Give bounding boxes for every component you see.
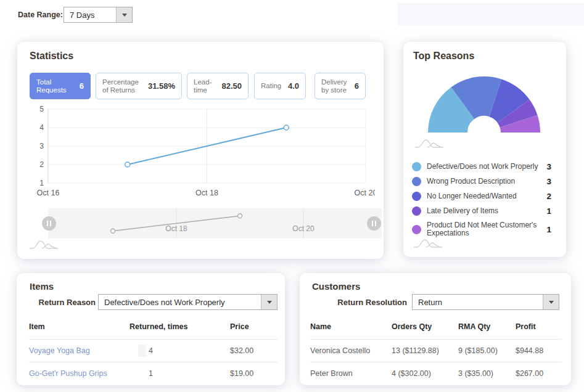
svg-text:Oct 20: Oct 20 <box>355 189 377 197</box>
orders-qty-cell: 13 ($1129.88) <box>392 340 458 362</box>
svg-text:Oct 18: Oct 18 <box>165 224 187 233</box>
price-cell: $19.00 <box>230 362 278 385</box>
column-header: Name <box>310 322 392 340</box>
chevron-down-icon[interactable] <box>261 295 277 309</box>
column-header: RMA Qty <box>458 322 516 340</box>
mini-bar <box>138 345 146 357</box>
legend-item[interactable]: Wrong Product Description3 <box>412 177 551 186</box>
stat-box-rating[interactable]: Rating4.0 <box>254 73 306 99</box>
svg-text:4: 4 <box>39 123 44 132</box>
returned-times-cell: 1 <box>130 362 230 385</box>
stat-box-label: Rating <box>261 82 288 90</box>
stat-box-value: 6 <box>80 81 84 91</box>
svg-text:Oct 16: Oct 16 <box>37 189 60 197</box>
items-title: Items <box>30 281 54 292</box>
stat-box-value: 82.50 <box>221 81 242 91</box>
name-cell: Peter Brown <box>310 362 392 385</box>
items-table: ItemReturned, timesPrice Voyage Yoga Bag… <box>29 322 278 385</box>
legend-item[interactable]: No Longer Needed/Wanted2 <box>412 192 551 201</box>
items-card: Items Return Reason Defective/Does not W… <box>17 273 285 385</box>
legend-dot-icon <box>412 192 421 201</box>
item-link[interactable]: Go-Get'r Pushup Grips <box>29 362 130 385</box>
orders-qty-cell: 4 ($302.00) <box>392 362 458 385</box>
returned-times-cell: 4 <box>130 340 230 362</box>
table-row: Voyage Yoga Bag4$32.00 <box>29 340 278 362</box>
stat-box-label: Lead-time <box>194 78 218 94</box>
svg-text:5: 5 <box>39 105 44 113</box>
table-row: Go-Get'r Pushup Grips1$19.00 <box>29 362 278 385</box>
legend-value: 1 <box>544 225 551 234</box>
anychart-watermark-icon <box>415 140 443 147</box>
stat-box-value: 6 <box>355 81 359 91</box>
svg-text:Oct 18: Oct 18 <box>195 189 218 197</box>
column-header: Price <box>230 322 278 340</box>
stat-box-delivery-by-store[interactable]: Delivery by store6 <box>315 73 366 99</box>
top-reasons-legend: Defective/Does not Work Properly3Wrong P… <box>412 162 551 243</box>
return-reason-label: Return Reason <box>17 298 96 307</box>
column-header: Returned, times <box>130 322 230 340</box>
legend-label: Wrong Product Description <box>427 178 544 186</box>
legend-value: 3 <box>544 162 551 171</box>
column-header: Item <box>29 322 130 340</box>
return-reason-select[interactable]: Defective/Does not Work Properly <box>98 294 278 310</box>
date-range-value: 7 Days <box>70 10 94 20</box>
statistics-card: Statistics 54321Oct 16Oct 18Oct 20Oct 18… <box>17 42 384 259</box>
return-resolution-label: Return Resolution <box>300 298 407 307</box>
return-reason-value: Defective/Does not Work Properly <box>104 298 225 307</box>
stat-box-total-requests[interactable]: Total Requests6 <box>30 73 91 99</box>
legend-dot-icon <box>412 225 421 234</box>
profit-cell: $267.00 <box>516 362 562 385</box>
rma-qty-cell: 9 ($185.00) <box>458 340 516 362</box>
legend-item[interactable]: Defective/Does not Work Properly3 <box>412 162 551 171</box>
price-cell: $32.00 <box>230 340 278 362</box>
svg-text:3: 3 <box>39 142 44 150</box>
legend-item[interactable]: Product Did Not Meet Customer's Expectat… <box>412 221 551 237</box>
stat-box-lead-time[interactable]: Lead-time82.50 <box>187 73 249 99</box>
stat-box-value: 4.0 <box>288 81 299 91</box>
stat-box-value: 31.58% <box>148 81 175 91</box>
stat-box-label: Total Requests <box>36 78 73 94</box>
legend-dot-icon <box>412 177 421 186</box>
item-link[interactable]: Voyage Yoga Bag <box>29 340 130 362</box>
customers-title: Customers <box>312 281 360 292</box>
column-header: Profit <box>516 322 562 340</box>
chevron-down-icon[interactable] <box>116 7 132 22</box>
svg-text:2: 2 <box>39 160 44 169</box>
anychart-watermark-icon <box>30 241 58 248</box>
table-row: Veronica Costello13 ($1129.88)9 ($185.00… <box>310 340 562 362</box>
legend-label: Late Delivery of Items <box>427 207 544 215</box>
legend-dot-icon <box>412 206 421 216</box>
legend-dot-icon <box>412 162 421 171</box>
stat-box-label: Percentage of Returns <box>102 78 144 94</box>
legend-value: 1 <box>544 206 551 216</box>
legend-value: 3 <box>544 177 551 186</box>
top-right-panel <box>398 3 584 26</box>
column-header: Orders Qty <box>392 322 458 340</box>
customers-card: Customers Return Resolution Return NameO… <box>300 273 571 385</box>
date-range-label: Date Range: <box>18 10 63 19</box>
stat-box-label: Delivery by store <box>321 78 355 94</box>
stat-box-percentage-of-returns[interactable]: Percentage of Returns31.58% <box>96 73 182 99</box>
rma-qty-cell: 3 ($35.00) <box>458 362 516 385</box>
chevron-down-icon[interactable] <box>543 295 559 309</box>
customers-table: NameOrders QtyRMA QtyProfit Veronica Cos… <box>310 322 562 385</box>
profit-cell: $944.88 <box>516 340 562 362</box>
svg-text:Oct 20: Oct 20 <box>292 224 315 233</box>
legend-item[interactable]: Late Delivery of Items1 <box>412 206 551 216</box>
legend-label: Product Did Not Meet Customer's Expectat… <box>427 221 544 237</box>
date-range-select[interactable]: 7 Days <box>64 7 133 23</box>
name-cell: Veronica Costello <box>310 340 392 362</box>
return-resolution-select[interactable]: Return <box>412 294 559 310</box>
legend-value: 2 <box>544 192 551 201</box>
return-resolution-value: Return <box>418 298 442 307</box>
scroller-left-handle[interactable] <box>42 216 56 231</box>
legend-label: No Longer Needed/Wanted <box>427 192 544 200</box>
top-reasons-card: Top Reasons Defective/Does not Work Prop… <box>403 42 566 257</box>
svg-text:1: 1 <box>39 179 44 187</box>
table-row: Peter Brown4 ($302.00)3 ($35.00)$267.00 <box>310 362 562 385</box>
legend-label: Defective/Does not Work Properly <box>427 163 544 171</box>
scroller-right-handle[interactable] <box>367 216 381 231</box>
